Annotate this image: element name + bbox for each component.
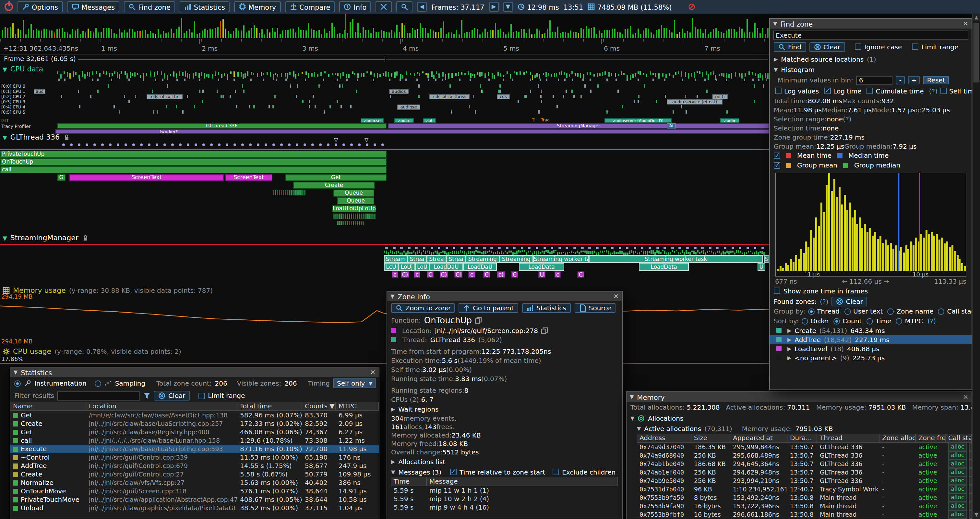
column-header-message[interactable]: Message [427,477,618,485]
cpu-data-header[interactable]: ▼CPU data [3,65,43,73]
timing-select[interactable]: Self only ▼ [333,378,376,388]
notifications-off-icon[interactable] [688,3,695,10]
active-allocations-expander[interactable]: ▼Active allocations(70,311)Memory usage:… [627,423,972,434]
zoom-tool-button[interactable] [396,1,412,12]
cpu-zone-chip[interactable]: cds [497,94,510,99]
column-header-thread[interactable]: Thread [817,434,880,442]
source-button[interactable]: Source [574,303,616,313]
allocations-expander[interactable]: ▼Allocations [627,413,972,423]
found-zone-row[interactable]: ▶AddTree(18,542)227.19 ms [770,335,972,344]
gl-micro-zone[interactable] [361,214,362,219]
statistics-row[interactable]: PrivateTouchMovejni/../jni/src/claw/appl… [10,495,379,504]
streaming-zone[interactable]: Strea [446,255,466,263]
message-dot[interactable] [656,247,659,249]
fz-limit-range-checkbox[interactable] [912,43,918,50]
reset-button[interactable]: Reset [923,76,949,85]
column-header-address[interactable]: Address [637,434,691,442]
streaming-zone[interactable]: LoadDaU [430,263,463,271]
prev-frame-button[interactable]: ◀ [417,2,427,12]
statistics-row[interactable]: calljni/../jni/../../../src/claw/base/Lu… [10,436,379,445]
gl-zone[interactable]: Queue [337,197,374,204]
gl-micro-zone[interactable] [341,221,342,225]
message-dot[interactable] [671,247,674,249]
mtpc-radio[interactable] [896,318,902,324]
gl-micro-zone[interactable] [277,190,278,195]
streaming-zone[interactable]: U [538,271,546,278]
gl-micro-zone[interactable] [364,214,366,219]
time-relative-checkbox[interactable] [450,469,456,475]
allocation-row[interactable]: 0x7553b9fa508 bytes153,492,240ns13:50.8M… [637,493,972,502]
message-dot[interactable] [194,144,197,146]
message-dot[interactable] [626,247,628,249]
streaming-zone[interactable]: C [483,271,490,278]
message-dot[interactable] [319,144,322,146]
gl-micro-zone[interactable] [337,221,339,225]
streaming-zone[interactable]: Strea [407,255,427,263]
filter-input[interactable] [57,391,140,400]
streaming-zone[interactable]: LoadData [639,263,689,271]
allocation-row[interactable]: 0x74ab1ef040256 KB294,629,948ns13:50.7GL… [637,468,972,476]
gl-micro-zone[interactable] [366,214,368,219]
audio-zone[interactable]: audio.se [361,118,384,123]
message-dot[interactable] [521,247,523,249]
gl-micro-zone[interactable] [294,190,296,195]
streaming-zone[interactable]: C [511,271,518,278]
message-dot[interactable] [210,144,213,146]
message-dot[interactable] [109,144,111,146]
allocation-row[interactable]: 0x74a9d37040186.35 KB295,999,844ns13:50.… [637,443,972,451]
message-dot[interactable] [498,247,501,249]
callstack-free-link[interactable]: free [969,510,972,519]
gl-micro-zone[interactable] [335,214,337,219]
message-dot[interactable] [611,247,614,249]
message-marker-icon[interactable]: ▽ [364,137,368,143]
column-header-call-stack[interactable]: Call stack [946,434,972,442]
streaming-zone[interactable]: Strea [427,255,446,263]
message-dot[interactable] [573,247,576,249]
gl-micro-zone[interactable] [374,214,375,219]
gl-micro-zone[interactable] [359,221,360,225]
allocation-row[interactable]: 0x74ab1be040186.68 KB294,645,364ns13:50.… [637,460,972,468]
callstack-alloc-link[interactable]: alloc [948,443,967,451]
memory-titlebar[interactable]: ▼ Memory ✕ [627,392,972,402]
gl-zone[interactable]: LoaULoiUpLoUp [332,205,376,212]
message-dot[interactable] [132,144,135,146]
message-dot[interactable] [550,247,553,249]
callstack-free-link[interactable]: free [969,460,972,468]
message-dot[interactable] [649,247,651,249]
cpu-usage-header[interactable]: CPU usage(y-range: 0.78%, visible data p… [3,347,181,356]
statistics-row[interactable]: Createjni/../jni/src/guif/Control.cpp:27… [10,470,379,478]
column-header-time[interactable]: Time [391,477,427,485]
gl-micro-zone[interactable] [363,221,364,225]
message-dot[interactable] [746,247,749,249]
gl-micro-zone[interactable] [357,221,358,225]
time-radio[interactable] [866,318,873,324]
streaming-header[interactable]: ▼StreamingManager [3,234,89,242]
gl-micro-zone[interactable] [355,221,356,225]
message-dot[interactable] [445,247,448,249]
cpu-zone-chip[interactable]: mi:ti [712,94,728,99]
streaming-zone[interactable]: Streaming worker task [589,255,763,263]
message-dot[interactable] [415,247,418,249]
gl-micro-zone[interactable] [333,214,335,219]
next-frame-button[interactable]: ▶ [489,2,499,12]
statistics-titlebar[interactable]: ▼ Statistics ✕ [10,367,379,377]
statistics-row[interactable]: AddTreejni/../jni/src/guif/Control.cpp:6… [10,462,379,470]
column-header-total-time[interactable]: Total time [237,402,302,410]
message-dot[interactable] [581,247,583,249]
close-icon[interactable]: ✕ [370,369,375,376]
message-dot[interactable] [483,247,486,249]
found-zone-row[interactable]: ▶Create(54,131)643.34 ms [770,326,972,335]
gl-micro-zone[interactable] [279,190,280,195]
tools-button[interactable] [375,1,392,12]
message-dot[interactable] [634,247,636,249]
message-dot[interactable] [385,247,388,249]
message-dot[interactable] [754,247,757,249]
gl-micro-zone[interactable] [349,221,350,225]
message-dot[interactable] [423,247,425,249]
message-dot[interactable] [350,144,353,146]
message-dot[interactable] [453,247,456,249]
gl-micro-zone[interactable] [283,190,284,195]
message-dot[interactable] [272,144,275,146]
gl-micro-zone[interactable] [357,214,358,219]
streaming-zone[interactable]: Streaming [466,255,500,263]
